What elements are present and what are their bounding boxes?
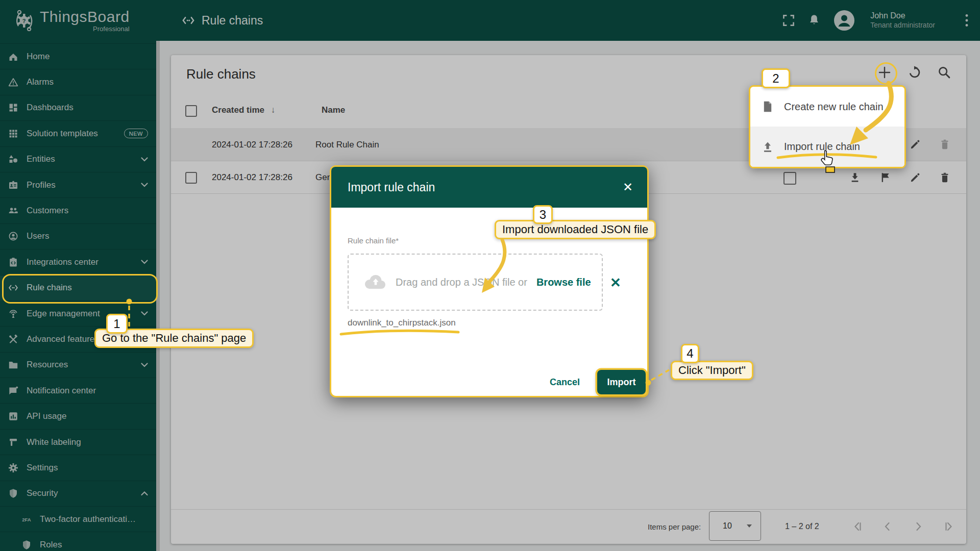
import-button[interactable]: Import xyxy=(597,370,646,394)
dropzone-text: Drag and drop a JSON file or xyxy=(396,277,527,288)
step2-number-badge: 2 xyxy=(762,68,790,88)
import-rule-chain-dialog: Import rule chain ✕ Rule chain file* Dra… xyxy=(330,165,649,397)
close-icon[interactable]: ✕ xyxy=(623,180,633,194)
step3-number-badge: 3 xyxy=(533,205,553,224)
thingsboard-app: { "brand": {"name": "ThingsBoard", "edit… xyxy=(0,0,980,551)
selected-filename: downlink_to_chirpstack.json xyxy=(348,318,456,328)
step4-number-badge: 4 xyxy=(681,344,699,363)
step1-number-badge: 1 xyxy=(106,314,128,334)
document-icon xyxy=(762,101,774,113)
cancel-button[interactable]: Cancel xyxy=(550,377,580,388)
file-field-label: Rule chain file* xyxy=(348,236,399,245)
clear-file-icon[interactable]: ✕ xyxy=(610,275,621,291)
step3-callout: Import downloaded JSON file xyxy=(495,220,656,239)
step4-callout: Click "Import" xyxy=(671,361,753,380)
dialog-title: Import rule chain xyxy=(348,181,435,194)
add-rule-chain-menu: Create new rule chain Import rule chain xyxy=(749,85,906,168)
menu-item-import[interactable]: Import rule chain xyxy=(750,127,904,167)
menu-item-create-new[interactable]: Create new rule chain xyxy=(750,87,904,127)
menu-item-label: Create new rule chain xyxy=(784,101,884,113)
browse-file-button[interactable]: Browse file xyxy=(536,277,591,288)
file-dropzone[interactable]: Drag and drop a JSON file or Browse file xyxy=(348,254,603,311)
upload-icon xyxy=(762,141,774,153)
menu-item-label: Import rule chain xyxy=(784,141,860,153)
dialog-header: Import rule chain ✕ xyxy=(331,167,647,208)
cloud-upload-icon xyxy=(363,273,386,291)
